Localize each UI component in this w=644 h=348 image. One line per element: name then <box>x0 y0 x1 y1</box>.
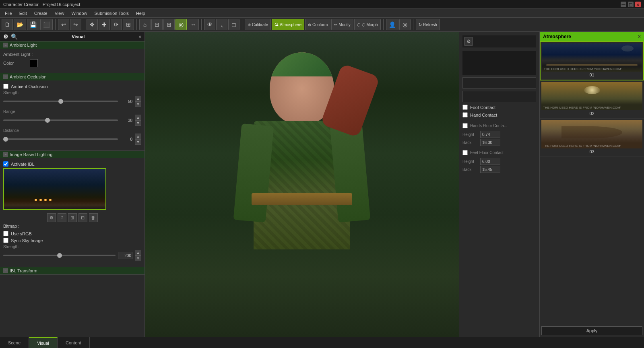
conform-button[interactable]: ⊕ Conform <box>305 19 330 30</box>
move-button[interactable]: ✚ <box>99 19 110 30</box>
left-panel-close[interactable]: × <box>139 34 141 39</box>
maximize-button[interactable]: □ <box>628 2 634 7</box>
grid-button[interactable]: ⊞ <box>163 19 175 30</box>
contact-panel-icon-1[interactable]: ⚙ <box>464 37 473 46</box>
main-area: ⚙ 🔍 Visual × − Ambient Light Ambient Lig… <box>0 32 644 337</box>
modify-button[interactable]: ✏ Modify <box>331 19 353 30</box>
close-button[interactable]: × <box>635 2 641 7</box>
sync-sky-checkbox[interactable] <box>3 238 8 243</box>
save-button[interactable]: 💾 <box>27 19 39 30</box>
minimize-button[interactable]: ─ <box>621 2 626 7</box>
ibl-tool-export[interactable]: ⊞ <box>68 213 77 222</box>
ibl-preview[interactable] <box>3 168 106 210</box>
perspective-button[interactable]: 👁 <box>204 19 215 30</box>
feet-floor-checkbox[interactable] <box>462 150 468 155</box>
ao-range-slider[interactable] <box>3 119 118 121</box>
menu-create[interactable]: Create <box>31 10 51 16</box>
camera-button[interactable]: ◎ <box>399 19 411 30</box>
refresh-button[interactable]: ↻ Refresh <box>416 19 440 30</box>
ambient-light-collapse[interactable]: − <box>3 43 8 47</box>
hands-height-input[interactable] <box>480 131 500 138</box>
menu-window[interactable]: Window <box>68 10 90 16</box>
ibl-collapse[interactable]: − <box>3 152 8 157</box>
tab-content[interactable]: Content <box>58 337 90 348</box>
open-button[interactable]: 📂 <box>14 19 26 30</box>
frame-button[interactable]: ⊟ <box>151 19 163 30</box>
atmosphere-scroll[interactable]: THE HDRI USED HERE IS FROM 'NORHAVEN.COM… <box>540 41 644 325</box>
ibl-transform-header[interactable]: − IBL Transform <box>0 267 144 274</box>
wireframe-button[interactable]: ◻ <box>228 19 239 30</box>
ibl-activate-checkbox[interactable] <box>3 161 8 167</box>
hand-contact-label: Hand Contact <box>470 113 497 117</box>
ao-strength-slider[interactable] <box>3 101 118 102</box>
menu-help[interactable]: Help <box>133 10 149 16</box>
panel-settings-icon[interactable]: ⚙ <box>3 33 8 40</box>
ibl-transform-collapse[interactable]: − <box>3 268 8 273</box>
select-button[interactable]: ✥ <box>87 19 98 30</box>
ao-range-up[interactable]: ▲ <box>135 115 141 120</box>
feet-back-input[interactable] <box>480 166 500 173</box>
ao-strength-up[interactable]: ▲ <box>135 96 141 101</box>
rotate-view-button[interactable]: ◟ <box>216 19 227 30</box>
character-button[interactable]: 👤 <box>386 19 398 30</box>
ibl-header[interactable]: − Image Based Lighting <box>0 151 144 158</box>
ibl-tool-import[interactable]: ⤴ <box>58 213 66 222</box>
ibl-transform-section: − IBL Transform <box>0 267 144 275</box>
new-button[interactable]: 🗋 <box>2 19 13 30</box>
menu-edit[interactable]: Edit <box>16 10 30 16</box>
atmosphere-item-1[interactable]: THE HDRI USED HERE IS FROM 'NORHAVEN.COM… <box>540 41 644 80</box>
ao-strength-down[interactable]: ▼ <box>135 101 141 107</box>
hand-contact-checkbox[interactable] <box>462 112 468 117</box>
calibrate-button[interactable]: ⊕ Calibrate <box>245 19 271 30</box>
foot-contact-checkbox[interactable] <box>462 105 468 110</box>
ao-distance-slider[interactable] <box>3 138 118 140</box>
ao-strength-value: 50 <box>120 99 132 104</box>
scale-button[interactable]: ⊞ <box>123 19 134 30</box>
tab-visual[interactable]: Visual <box>29 337 58 348</box>
ibl-tool-delete[interactable]: 🗑 <box>89 213 98 222</box>
viewport-mode-button[interactable]: ◎ <box>175 19 187 30</box>
menu-view[interactable]: View <box>52 10 68 16</box>
view-split-button[interactable]: ↔ <box>188 19 199 30</box>
ao-distance-container: 0 ▲ ▼ <box>3 134 141 145</box>
atmosphere-apply-button[interactable]: Apply <box>541 326 642 335</box>
hands-floor-checkbox[interactable] <box>462 123 468 128</box>
tab-scene[interactable]: Scene <box>0 337 29 348</box>
hands-back-label: Back <box>462 140 479 145</box>
ambient-light-header[interactable]: − Ambient Light <box>0 41 144 49</box>
hands-back-input[interactable] <box>480 139 500 146</box>
panel-search-icon[interactable]: 🔍 <box>11 33 18 40</box>
ambient-light-color-swatch[interactable] <box>30 59 38 67</box>
ambient-occlusion-header[interactable]: − Ambient Occlusion <box>0 73 144 80</box>
use-srgb-checkbox[interactable] <box>3 231 8 236</box>
atmosphere-title: Atmosphere <box>543 34 571 39</box>
ao-distance-down[interactable]: ▼ <box>135 139 141 145</box>
ibl-tool-filter[interactable]: ⚙ <box>47 213 56 222</box>
contact-preview <box>462 51 536 75</box>
menu-file[interactable]: File <box>2 10 15 16</box>
atmosphere-item-2[interactable]: THE HDRI USED HERE IS FROM 'NORHAVEN.COM… <box>540 80 644 119</box>
feet-height-input[interactable] <box>480 158 500 165</box>
menu-submission-tools[interactable]: Submission Tools <box>91 10 132 16</box>
ibl-strength-down[interactable]: ▼ <box>135 255 141 261</box>
atmosphere-header: Atmosphere × <box>540 32 644 41</box>
morph-button[interactable]: ⬡ ⬡ Morph <box>354 19 381 30</box>
ambient-occlusion-collapse[interactable]: − <box>3 74 8 79</box>
home-button[interactable]: ⌂ <box>139 19 151 30</box>
ibl-strength-up[interactable]: ▲ <box>135 250 141 255</box>
ibl-strength-slider[interactable] <box>3 255 116 256</box>
undo-button[interactable]: ↩ <box>58 19 69 30</box>
atmosphere-close[interactable]: × <box>638 34 641 39</box>
redo-button[interactable]: ↪ <box>70 19 81 30</box>
save-as-button[interactable]: ⬛ <box>40 19 53 30</box>
ao-range-down[interactable]: ▼ <box>135 120 141 126</box>
viewport[interactable] <box>145 32 459 337</box>
atm-label-3: THE HDRI USED HERE IS FROM 'NORHAVEN.COM… <box>543 144 621 148</box>
ibl-strength-input[interactable] <box>118 252 132 259</box>
ao-checkbox[interactable] <box>3 84 8 89</box>
ao-distance-up[interactable]: ▲ <box>135 134 141 139</box>
ibl-tool-options[interactable]: ⊟ <box>78 213 87 222</box>
atmosphere-item-3[interactable]: THE HDRI USED HERE IS FROM 'NORHAVEN.COM… <box>540 119 644 157</box>
atmosphere-button[interactable]: 🌤 Atmosphere <box>272 19 304 30</box>
rotate-button[interactable]: ⟳ <box>111 19 122 30</box>
